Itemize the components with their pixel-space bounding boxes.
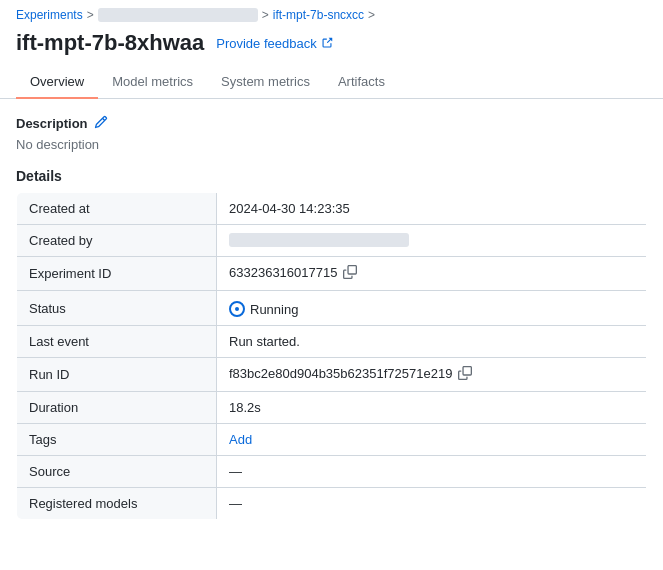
description-section-title: Description: [16, 115, 647, 131]
row-key: Experiment ID: [17, 257, 217, 291]
tabs: Overview Model metrics System metrics Ar…: [0, 66, 663, 99]
content: Description No description Details Creat…: [0, 99, 663, 536]
table-row: Created by: [17, 225, 647, 257]
copy-icon: [458, 366, 472, 380]
registered-models-value: —: [229, 496, 242, 511]
row-key: Status: [17, 291, 217, 326]
copy-experiment-id-button[interactable]: [341, 265, 359, 282]
copy-run-id-button[interactable]: [456, 366, 474, 383]
page-header: ift-mpt-7b-8xhwaa Provide feedback: [0, 26, 663, 56]
external-link-icon: [321, 37, 333, 49]
status-running-icon: [229, 301, 245, 317]
edit-description-icon[interactable]: [94, 115, 108, 131]
breadcrumb-current[interactable]: ift-mpt-7b-sncxcc: [273, 8, 364, 22]
row-key: Tags: [17, 424, 217, 456]
table-row: Duration 18.2s: [17, 392, 647, 424]
row-value-duration: 18.2s: [217, 392, 647, 424]
table-row: Registered models —: [17, 488, 647, 520]
table-row: Status Running: [17, 291, 647, 326]
experiment-id-value: 633236316017715: [229, 265, 337, 280]
row-key: Source: [17, 456, 217, 488]
row-key: Registered models: [17, 488, 217, 520]
table-row: Created at 2024-04-30 14:23:35: [17, 193, 647, 225]
tab-system-metrics[interactable]: System metrics: [207, 66, 324, 99]
source-value: —: [229, 464, 242, 479]
table-row: Tags Add: [17, 424, 647, 456]
page-title: ift-mpt-7b-8xhwaa: [16, 30, 204, 56]
row-value-run-id: f83bc2e80d904b35b62351f72571e219: [217, 358, 647, 392]
row-value-experiment-id: 633236316017715: [217, 257, 647, 291]
feedback-label: Provide feedback: [216, 36, 316, 51]
status-badge: Running: [229, 301, 298, 317]
breadcrumb-experiments[interactable]: Experiments: [16, 8, 83, 22]
row-value-created-by: [217, 225, 647, 257]
tab-overview[interactable]: Overview: [16, 66, 98, 99]
table-row: Run ID f83bc2e80d904b35b62351f72571e219: [17, 358, 647, 392]
breadcrumb-sep1: >: [87, 8, 94, 22]
row-key: Created by: [17, 225, 217, 257]
tab-model-metrics[interactable]: Model metrics: [98, 66, 207, 99]
tab-artifacts[interactable]: Artifacts: [324, 66, 399, 99]
pencil-icon: [94, 115, 108, 129]
row-key: Last event: [17, 326, 217, 358]
breadcrumb: Experiments > > ift-mpt-7b-sncxcc >: [0, 0, 663, 26]
copy-icon: [343, 265, 357, 279]
row-key: Run ID: [17, 358, 217, 392]
row-value-status: Running: [217, 291, 647, 326]
row-key: Duration: [17, 392, 217, 424]
row-value-created-at: 2024-04-30 14:23:35: [217, 193, 647, 225]
status-text: Running: [250, 302, 298, 317]
run-id-value: f83bc2e80d904b35b62351f72571e219: [229, 366, 452, 381]
details-table: Created at 2024-04-30 14:23:35 Created b…: [16, 192, 647, 520]
breadcrumb-user-path: [98, 8, 258, 22]
table-row: Experiment ID 633236316017715: [17, 257, 647, 291]
no-description-text: No description: [16, 137, 647, 152]
table-row: Source —: [17, 456, 647, 488]
add-tag-link[interactable]: Add: [229, 432, 252, 447]
blurred-value: [229, 233, 409, 247]
feedback-link[interactable]: Provide feedback: [216, 36, 332, 51]
row-value-last-event: Run started.: [217, 326, 647, 358]
breadcrumb-sep2: >: [262, 8, 269, 22]
row-value-source: —: [217, 456, 647, 488]
description-label: Description: [16, 116, 88, 131]
row-key: Created at: [17, 193, 217, 225]
details-section-title: Details: [16, 168, 647, 184]
row-value-tags: Add: [217, 424, 647, 456]
row-value-registered-models: —: [217, 488, 647, 520]
breadcrumb-sep3: >: [368, 8, 375, 22]
table-row: Last event Run started.: [17, 326, 647, 358]
